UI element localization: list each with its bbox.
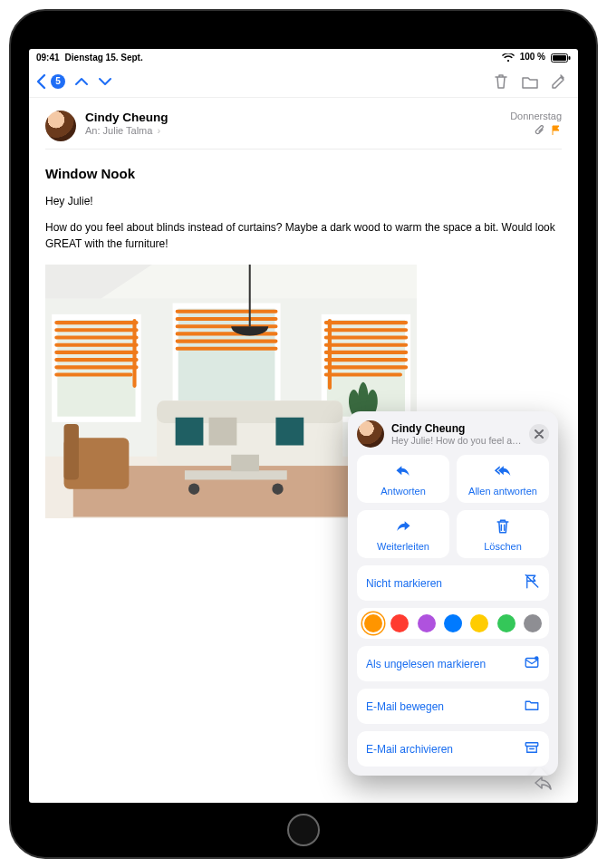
svg-point-21 bbox=[188, 484, 199, 495]
compose-button[interactable] bbox=[549, 72, 569, 92]
attachment-icon bbox=[535, 125, 545, 138]
flag-color-row bbox=[357, 608, 549, 639]
trash-button[interactable] bbox=[491, 72, 511, 92]
mail-toolbar: 5 bbox=[29, 65, 578, 98]
archive-mail-row[interactable]: E-Mail archivieren bbox=[357, 731, 549, 767]
forward-icon bbox=[394, 517, 412, 537]
actions-popover: Cindy Cheung Hey Julie! How do you feel … bbox=[348, 411, 558, 776]
svg-rect-1 bbox=[553, 55, 566, 61]
status-time: 09:41 bbox=[36, 53, 60, 63]
next-message-button[interactable] bbox=[98, 76, 112, 87]
archive-icon bbox=[524, 739, 540, 758]
archive-label: E-Mail archivieren bbox=[366, 743, 453, 756]
reply-all-icon bbox=[494, 462, 512, 482]
reply-all-label: Allen antworten bbox=[468, 486, 537, 497]
unflag-row[interactable]: Nicht markieren bbox=[357, 565, 549, 601]
svg-rect-16 bbox=[209, 418, 237, 446]
svg-rect-15 bbox=[176, 418, 204, 446]
body-greeting: Hey Julie! bbox=[45, 194, 562, 209]
from-name[interactable]: Cindy Cheung bbox=[85, 111, 501, 124]
screen: 09:41 Dienstag 15. Sept. 100 % 5 bbox=[29, 49, 578, 803]
battery-icon bbox=[551, 52, 571, 62]
avatar bbox=[45, 111, 76, 141]
message-header: Cindy Cheung An: Julie Talma › Donnersta… bbox=[45, 111, 562, 149]
prev-message-button[interactable] bbox=[74, 76, 89, 87]
reply-all-button[interactable]: Allen antworten bbox=[457, 455, 549, 503]
flag-color-1[interactable] bbox=[390, 614, 409, 632]
svg-rect-27 bbox=[525, 743, 538, 747]
svg-point-26 bbox=[535, 656, 539, 661]
mark-unread-row[interactable]: Als ungelesen markieren bbox=[357, 646, 549, 681]
svg-rect-23 bbox=[231, 455, 259, 471]
move-mail-label: E-Mail bewegen bbox=[366, 700, 444, 713]
flag-color-2[interactable] bbox=[418, 614, 436, 632]
chevron-right-icon: › bbox=[157, 125, 160, 136]
folder-icon bbox=[524, 697, 540, 716]
reply-bottom-button[interactable] bbox=[531, 770, 556, 796]
popover-avatar bbox=[357, 420, 384, 448]
trash-icon bbox=[494, 517, 512, 537]
svg-rect-17 bbox=[275, 418, 304, 446]
svg-point-22 bbox=[272, 484, 283, 495]
status-bar: 09:41 Dienstag 15. Sept. 100 % bbox=[29, 49, 578, 65]
to-label: An: bbox=[85, 125, 101, 136]
flag-color-5[interactable] bbox=[497, 614, 515, 632]
ipad-frame: 09:41 Dienstag 15. Sept. 100 % 5 bbox=[9, 9, 598, 859]
forward-label: Weiterleiten bbox=[377, 541, 429, 552]
back-button[interactable] bbox=[34, 73, 47, 90]
close-button[interactable] bbox=[529, 424, 549, 444]
flag-color-6[interactable] bbox=[524, 614, 542, 632]
svg-rect-20 bbox=[185, 470, 287, 479]
battery-text: 100 % bbox=[520, 52, 545, 62]
to-name: Julie Talma bbox=[103, 125, 153, 136]
message-subject: Window Nook bbox=[45, 166, 562, 181]
flag-color-0[interactable] bbox=[364, 614, 382, 632]
unread-badge: 5 bbox=[51, 74, 65, 89]
message-body: Hey Julie! How do you feel about blinds … bbox=[45, 194, 562, 252]
unflag-icon bbox=[524, 574, 540, 593]
to-line[interactable]: An: Julie Talma › bbox=[85, 125, 501, 136]
flag-color-3[interactable] bbox=[444, 614, 462, 632]
reply-icon bbox=[394, 462, 412, 482]
unflag-label: Nicht markieren bbox=[366, 577, 442, 590]
svg-rect-19 bbox=[64, 424, 79, 480]
flag-icon bbox=[551, 125, 562, 138]
reply-label: Antworten bbox=[381, 486, 426, 497]
popover-header: Cindy Cheung Hey Julie! How do you feel … bbox=[348, 411, 558, 455]
flag-color-4[interactable] bbox=[470, 614, 488, 632]
envelope-dot-icon bbox=[524, 654, 540, 673]
move-folder-button[interactable] bbox=[520, 72, 540, 92]
popover-from: Cindy Cheung bbox=[391, 422, 522, 435]
message-view: Cindy Cheung An: Julie Talma › Donnersta… bbox=[29, 98, 578, 803]
status-date: Dienstag 15. Sept. bbox=[65, 53, 143, 63]
message-date: Donnerstag bbox=[510, 111, 562, 121]
delete-button[interactable]: Löschen bbox=[457, 510, 549, 558]
svg-rect-2 bbox=[569, 56, 571, 60]
mark-unread-label: Als ungelesen markieren bbox=[366, 658, 486, 670]
forward-button[interactable]: Weiterleiten bbox=[357, 510, 449, 558]
body-paragraph: How do you feel about blinds instead of … bbox=[45, 220, 562, 252]
wifi-icon bbox=[502, 52, 515, 62]
home-button[interactable] bbox=[287, 814, 320, 846]
popover-preview: Hey Julie! How do you feel ab… bbox=[391, 435, 522, 446]
delete-label: Löschen bbox=[484, 541, 522, 552]
move-mail-row[interactable]: E-Mail bewegen bbox=[357, 689, 549, 724]
reply-button[interactable]: Antworten bbox=[357, 455, 449, 503]
